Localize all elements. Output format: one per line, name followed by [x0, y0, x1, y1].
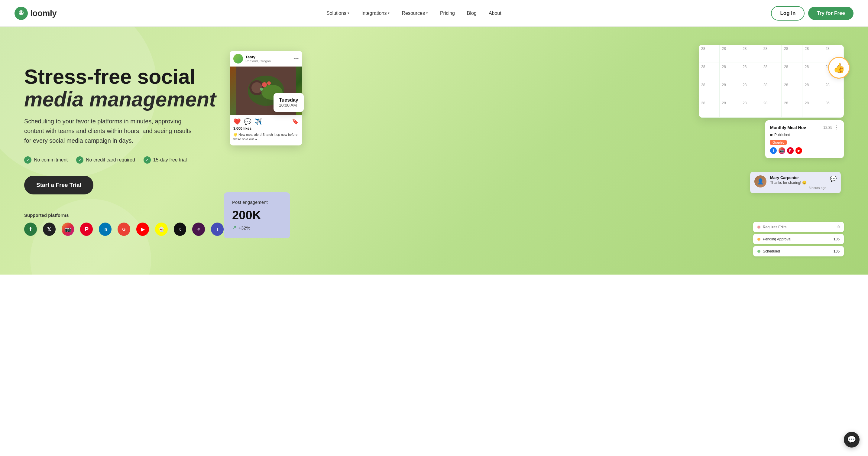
status-bars: Requires Edits 0 Pending Approval 105 Sc… [753, 222, 844, 256]
cal-cell: 28 [699, 63, 720, 81]
ig-actions: ❤️ 💬 ✈️ 🔖 [230, 115, 302, 126]
meal-tag: Graphic [770, 140, 787, 145]
hero-right: 👍 Tasty Portland, Oregon ••• [224, 45, 844, 256]
hero-subtitle: Scheduling to your favorite platforms in… [24, 116, 199, 146]
cal-cell: 28 [781, 45, 802, 63]
comment-bubble-icon: 💬 [830, 175, 837, 182]
thumbs-up-badge: 👍 [828, 57, 850, 79]
platform-facebook: f [24, 222, 37, 236]
platform-pinterest: P [80, 222, 93, 236]
calendar-grid: 28 28 28 28 28 28 28 28 28 28 28 28 28 2… [699, 45, 844, 118]
svg-point-4 [20, 13, 21, 13]
check-icon: ✓ [24, 156, 31, 163]
cal-cell: 28 [720, 45, 740, 63]
comment-card: 👤 Mary Carpenter Thanks for sharing! 😊 3… [750, 172, 841, 193]
navbar: loomly Solutions ▾ Integrations ▾ Resour… [0, 0, 868, 27]
login-button[interactable]: Log In [771, 6, 805, 21]
facebook-icon: f [770, 147, 777, 154]
ig-more-icon[interactable]: ••• [293, 56, 299, 61]
hero-title: Stress-free social media management [24, 65, 224, 111]
platform-instagram: 📷 [62, 222, 74, 236]
more-icon[interactable]: ⋮ [834, 125, 839, 130]
ig-card-user: Tasty Portland, Oregon [233, 54, 271, 63]
cal-cell: 28 [740, 99, 761, 117]
svg-point-11 [262, 82, 267, 87]
published-dot [770, 134, 773, 136]
orange-dot [757, 238, 761, 241]
comment-body: Mary Carpenter Thanks for sharing! 😊 3 h… [770, 175, 826, 190]
nav-resources[interactable]: Resources ▾ [397, 8, 433, 19]
check-no-card: ✓ No credit card required [76, 156, 135, 163]
monthly-meal-card: Monthly Meal Nov 12:35 ⋮ Published Graph… [765, 120, 844, 158]
red-dot [757, 225, 761, 229]
supported-platforms: Supported platforms f 𝕏 📷 P in G ▶ 👻 ♫ #… [24, 213, 224, 236]
heart-icon[interactable]: ❤️ [233, 118, 241, 125]
nav-about[interactable]: About [484, 8, 506, 19]
try-free-button[interactable]: Try for Free [808, 7, 854, 20]
calendar-card: 28 28 28 28 28 28 28 28 28 28 28 28 28 2… [699, 45, 844, 118]
cal-cell: 28 [720, 81, 740, 99]
platform-youtube: ▶ [136, 222, 149, 236]
nav-solutions[interactable]: Solutions ▾ [321, 8, 354, 19]
engagement-card: Post engagement 200K ↗ +32% [224, 192, 290, 238]
bookmark-icon[interactable]: 🔖 [292, 118, 299, 125]
svg-point-13 [260, 88, 263, 91]
logo[interactable]: loomly [14, 7, 57, 20]
platform-snapchat: 👻 [155, 222, 168, 236]
cal-cell: 28 [761, 45, 782, 63]
cal-cell: 28 [761, 99, 782, 117]
share-icon[interactable]: ✈️ [254, 118, 262, 125]
status-scheduled: Scheduled 105 [753, 246, 844, 256]
cal-cell: 28 [802, 99, 823, 117]
check-no-commitment: ✓ No commitment [24, 156, 68, 163]
cal-cell: 28 [720, 99, 740, 117]
check-icon: ✓ [144, 156, 151, 163]
arrow-up-icon: ↗ [232, 224, 237, 231]
hero-section: Stress-free social media management Sche… [0, 27, 868, 275]
platform-linkedin: in [99, 222, 112, 236]
comment-icon[interactable]: 💬 [244, 118, 251, 125]
engagement-change: ↗ +32% [232, 224, 282, 231]
cal-cell: 28 [781, 81, 802, 99]
nav-links: Solutions ▾ Integrations ▾ Resources ▾ P… [321, 8, 506, 19]
platform-tiktok: ♫ [174, 222, 186, 236]
ig-user-info: Tasty Portland, Oregon [245, 55, 271, 63]
ig-avatar [233, 54, 243, 63]
check-free-trial: ✓ 15-day free trial [144, 156, 187, 163]
cal-cell: 28 [761, 63, 782, 81]
logo-text: loomly [30, 8, 57, 18]
chevron-icon: ▾ [388, 11, 390, 15]
cal-cell: 28 [802, 63, 823, 81]
status-pending-approval: Pending Approval 105 [753, 234, 844, 244]
hero-left: Stress-free social media management Sche… [24, 65, 224, 236]
tuesday-popup: Tuesday 10:00 AM [274, 93, 304, 112]
nav-integrations[interactable]: Integrations ▾ [356, 8, 395, 19]
platform-x: 𝕏 [43, 222, 56, 236]
platform-icons-list: f 𝕏 📷 P in G ▶ 👻 ♫ # T [24, 222, 224, 236]
cal-cell: 28 [699, 81, 720, 99]
check-icon: ✓ [76, 156, 84, 163]
youtube-icon: ▶ [796, 147, 802, 154]
instagram-icon: 📷 [779, 147, 785, 154]
cal-cell: 28 [740, 45, 761, 63]
nav-pricing[interactable]: Pricing [435, 8, 460, 19]
cal-cell: 28 [781, 63, 802, 81]
ig-card-header: Tasty Portland, Oregon ••• [230, 51, 302, 66]
platform-teams: T [211, 222, 224, 236]
cal-cell: 28 [740, 63, 761, 81]
meal-published: Published [770, 133, 839, 137]
platform-slack: # [192, 222, 205, 236]
nav-blog[interactable]: Blog [462, 8, 482, 19]
cal-cell: 28 [720, 63, 740, 81]
cal-cell: 28 [740, 81, 761, 99]
green-dot [757, 250, 761, 253]
cal-cell: 28 [823, 81, 844, 99]
platform-google: G [118, 222, 130, 236]
start-trial-button[interactable]: Start a Free Trial [24, 176, 93, 194]
cal-cell: 35 [823, 99, 844, 117]
cal-cell: 28 [699, 99, 720, 117]
logo-icon [14, 7, 28, 20]
svg-point-3 [20, 12, 22, 14]
cal-cell: 28 [781, 99, 802, 117]
hero-checks: ✓ No commitment ✓ No credit card require… [24, 156, 224, 163]
